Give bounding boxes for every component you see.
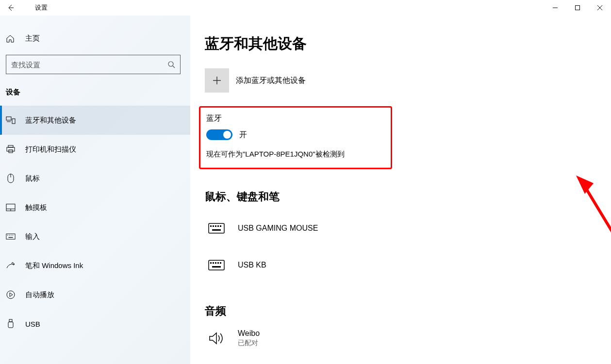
svg-point-21 [11, 235, 11, 236]
add-device-row[interactable]: 添加蓝牙或其他设备 [205, 68, 611, 93]
device-name: USB KB [238, 261, 266, 269]
svg-rect-18 [6, 234, 15, 239]
close-button[interactable] [589, 0, 611, 16]
svg-line-6 [173, 66, 175, 68]
speaker-icon [205, 332, 228, 345]
svg-rect-29 [209, 223, 224, 233]
back-arrow-icon [7, 4, 15, 12]
device-sub-status: 已配对 [238, 339, 260, 348]
annotation-highlight-box: 蓝牙 开 现在可作为"LAPTOP-8PE1JQN0"被检测到 [199, 106, 392, 169]
sidebar-item-label: 自动播放 [25, 290, 54, 300]
svg-point-5 [168, 62, 173, 66]
content-area: 蓝牙和其他设备 添加蓝牙或其他设备 蓝牙 开 现在可作为"LAPTOP-8PE1… [190, 16, 611, 364]
sidebar-item-label: 蓝牙和其他设备 [25, 116, 76, 125]
window-title: 设置 [35, 3, 48, 12]
svg-point-20 [9, 235, 10, 236]
sidebar: 主页 设备 蓝牙和其他设备 打印机和扫描仪 [0, 16, 190, 364]
svg-rect-34 [220, 225, 221, 227]
device-row[interactable]: USB GAMING MOUSE [205, 210, 611, 247]
section-heading-mouse-keyboard: 鼠标、键盘和笔 [205, 190, 611, 204]
device-name: Weibo [238, 329, 260, 338]
svg-rect-33 [217, 225, 219, 227]
svg-rect-2 [576, 6, 580, 10]
sidebar-item-printers[interactable]: 打印机和扫描仪 [0, 135, 190, 164]
keyboard-icon [6, 233, 16, 240]
printer-icon [6, 145, 16, 154]
maximize-button[interactable] [566, 0, 589, 16]
sidebar-item-label: 笔和 Windows Ink [25, 261, 83, 270]
svg-rect-36 [209, 260, 224, 270]
window-controls [544, 0, 611, 16]
svg-rect-25 [9, 319, 12, 322]
sidebar-item-label: 触摸板 [25, 203, 47, 212]
sidebar-item-usb[interactable]: USB [0, 309, 190, 338]
bluetooth-toggle-row: 开 [206, 129, 385, 140]
sidebar-item-mouse[interactable]: 鼠标 [0, 164, 190, 193]
sidebar-item-label: 打印机和扫描仪 [25, 145, 76, 154]
keyboard-device-icon [205, 223, 228, 234]
maximize-icon [575, 5, 580, 10]
plus-icon [212, 76, 222, 85]
svg-rect-39 [215, 262, 216, 264]
svg-rect-7 [6, 117, 11, 120]
add-device-tile[interactable] [205, 68, 229, 93]
svg-point-24 [7, 291, 15, 299]
home-nav[interactable]: 主页 [0, 27, 190, 50]
svg-rect-26 [8, 322, 13, 328]
autoplay-icon [6, 290, 16, 299]
svg-rect-35 [212, 229, 221, 231]
svg-rect-41 [220, 262, 221, 264]
svg-rect-30 [210, 225, 212, 227]
search-input[interactable] [11, 61, 167, 69]
svg-rect-31 [213, 225, 214, 227]
device-name: USB GAMING MOUSE [238, 224, 318, 233]
svg-rect-10 [8, 145, 13, 147]
close-icon [597, 5, 602, 10]
sidebar-item-label: 鼠标 [25, 174, 40, 183]
svg-point-19 [7, 235, 8, 236]
search-icon [167, 61, 175, 68]
device-row[interactable]: USB KB [205, 247, 611, 284]
sidebar-item-label: USB [25, 320, 40, 328]
sidebar-item-label: 输入 [25, 232, 40, 241]
category-label: 设备 [0, 83, 190, 106]
svg-rect-40 [217, 262, 219, 264]
home-label: 主页 [25, 34, 40, 43]
usb-icon [6, 319, 16, 329]
device-row[interactable]: Weibo 已配对 [205, 324, 611, 352]
add-device-label: 添加蓝牙或其他设备 [236, 76, 306, 86]
titlebar: 设置 [0, 0, 611, 16]
bluetooth-toggle[interactable] [206, 129, 232, 140]
minimize-icon [553, 5, 558, 10]
pen-icon [6, 261, 16, 270]
page-title: 蓝牙和其他设备 [205, 34, 611, 54]
touchpad-icon [6, 204, 16, 211]
bluetooth-heading: 蓝牙 [206, 113, 385, 124]
section-heading-audio: 音频 [205, 304, 611, 318]
svg-point-22 [13, 235, 13, 236]
svg-rect-42 [212, 266, 221, 268]
mouse-icon [6, 174, 16, 183]
home-icon [6, 34, 16, 43]
svg-rect-37 [210, 262, 212, 264]
search-box[interactable] [6, 55, 181, 74]
minimize-button[interactable] [544, 0, 566, 16]
sidebar-item-pen[interactable]: 笔和 Windows Ink [0, 251, 190, 280]
devices-icon [6, 116, 16, 124]
sidebar-item-typing[interactable]: 输入 [0, 222, 190, 251]
svg-rect-11 [7, 147, 15, 151]
svg-rect-38 [213, 262, 214, 264]
sidebar-item-autoplay[interactable]: 自动播放 [0, 280, 190, 309]
keyboard-device-icon [205, 260, 228, 270]
bluetooth-toggle-label: 开 [239, 130, 247, 140]
bluetooth-status-text: 现在可作为"LAPTOP-8PE1JQN0"被检测到 [206, 150, 385, 159]
sidebar-item-touchpad[interactable]: 触摸板 [0, 193, 190, 222]
svg-rect-32 [215, 225, 216, 227]
sidebar-item-bluetooth-devices[interactable]: 蓝牙和其他设备 [0, 106, 190, 135]
svg-rect-8 [12, 119, 15, 124]
back-button[interactable] [0, 0, 21, 16]
